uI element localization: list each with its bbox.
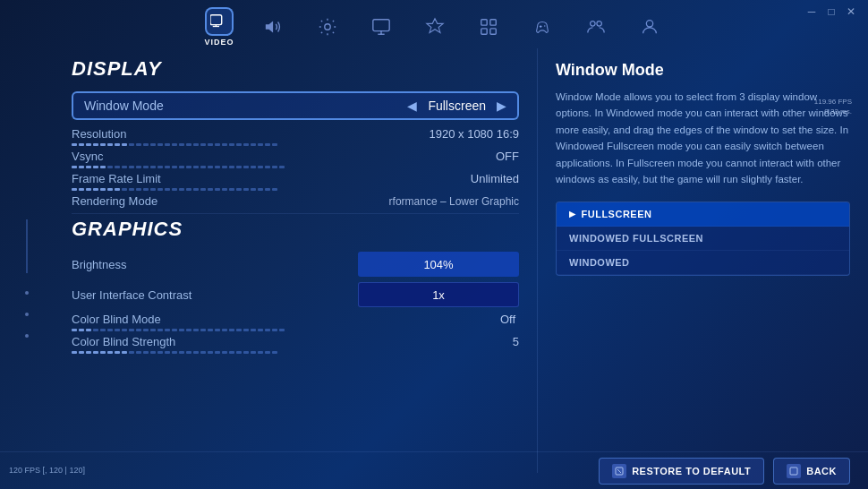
rendering-mode-setting: Rendering Mode rformance – Lower Graphic [72,194,519,210]
restore-icon [612,464,626,478]
window-mode-prev[interactable]: ◀ [407,99,417,113]
bottom-buttons: RESTORE TO DEFAULT BACK [599,458,850,485]
video-icon [205,7,234,36]
color-blind-mode-setting: Color Blind Mode Off [72,313,519,331]
svg-point-4 [324,24,329,30]
settings-icon [313,13,342,41]
nav-item-controller[interactable] [528,13,557,41]
ui-contrast-label: User Interface Contrast [72,288,268,302]
sidebar [0,48,54,473]
svg-marker-3 [265,21,272,33]
svg-rect-10 [481,29,486,34]
nav-item-display[interactable] [367,13,396,41]
restore-default-label: RESTORE TO DEFAULT [632,466,751,476]
brightness-label: Brightness [72,258,268,271]
hud-icon [474,13,503,41]
display-section-title: DISPLAY [72,57,519,81]
brightness-setting: Brightness 104% [72,252,519,279]
svg-rect-5 [372,20,388,31]
nav-item-hud[interactable] [474,13,503,41]
vsync-label: Vsync [72,150,268,163]
window-mode-label: Window Mode [84,99,164,113]
section-divider [72,213,519,214]
option-windowed-fullscreen[interactable]: WINDOWED FULLSCREEN [557,227,849,251]
nav-video-label: VIDEO [204,38,234,47]
svg-rect-0 [210,15,222,25]
resolution-value: 1920 x 1080 16:9 [430,127,519,141]
top-navigation: VIDEO [0,0,868,48]
back-icon [787,464,801,478]
frame-rate-slider[interactable] [72,188,519,191]
main-layout: DISPLAY Window Mode ◀ Fullscreen ▶ Resol… [0,48,868,473]
back-button[interactable]: BACK [773,458,850,485]
social-icon [582,13,610,41]
window-mode-selector: Window Mode ◀ Fullscreen ▶ [84,99,506,113]
graphics-section-title: GRAPHICS [72,218,519,241]
scroll-dot-2 [25,313,29,316]
window-mode-value: Fullscreen [428,99,486,113]
nav-item-game[interactable] [421,13,449,41]
back-label: BACK [806,466,837,476]
nav-item-video[interactable]: VIDEO [204,7,234,47]
ui-contrast-value: 1x [432,288,445,302]
audio-icon [260,13,288,41]
right-panel: 119.96 FPS 0.33 ms. Window Mode Window M… [537,48,868,473]
svg-point-14 [544,25,545,26]
option-fullscreen[interactable]: FULLSCREEN [557,202,849,227]
color-blind-strength-label: Color Blind Strength [72,335,268,348]
info-panel-title: Window Mode [556,61,850,80]
scroll-dot-1 [25,291,29,295]
nav-item-audio[interactable] [260,13,288,41]
brightness-value: 104% [423,258,453,271]
brightness-slider-bar[interactable]: 104% [358,252,519,277]
svg-line-19 [617,469,621,473]
vsync-slider[interactable] [72,166,519,168]
ui-contrast-setting: User Interface Contrast 1x [72,282,519,309]
bottom-bar: 120 FPS [, 120 | 120] RESTORE TO DEFAULT… [0,451,868,489]
window-mode-options: FULLSCREEN WINDOWED FULLSCREEN WINDOWED [556,202,850,276]
color-blind-strength-slider[interactable] [72,351,519,354]
nav-item-settings[interactable] [313,13,342,41]
resolution-slider[interactable] [72,143,519,146]
fps-display: 120 FPS [, 120 | 120] [9,465,85,476]
controller-icon [528,13,557,41]
svg-rect-11 [489,29,495,34]
restore-default-button[interactable]: RESTORE TO DEFAULT [599,458,764,485]
svg-point-17 [646,21,652,27]
color-blind-slider[interactable] [72,329,519,331]
left-panel: DISPLAY Window Mode ◀ Fullscreen ▶ Resol… [54,48,537,473]
profile-icon [635,13,664,41]
rendering-mode-value: rformance – Lower Graphic [389,195,519,208]
scroll-line [26,219,28,273]
svg-rect-20 [790,468,797,475]
svg-point-16 [596,21,601,26]
window-mode-row: Window Mode ◀ Fullscreen ▶ [72,91,519,120]
color-blind-strength-setting: Color Blind Strength 5 [72,335,519,354]
nav-item-social[interactable] [582,13,610,41]
frame-rate-setting: Frame Rate Limit Unlimited [72,172,519,191]
display-icon [367,13,396,41]
window-mode-next[interactable]: ▶ [497,99,506,113]
svg-point-15 [590,21,595,26]
resolution-setting: Resolution 1920 x 1080 16:9 [72,127,519,146]
vsync-setting: Vsync OFF [72,150,519,168]
ui-contrast-slider-bar[interactable]: 1x [358,282,519,307]
svg-rect-9 [489,20,495,25]
color-blind-mode-value: Off [500,313,515,326]
fps-info-top: 119.96 FPS 0.33 ms. [814,97,852,116]
info-panel-description: Window Mode allows you to select from 3 … [556,89,850,187]
rendering-mode-label: Rendering Mode [72,194,268,208]
svg-rect-8 [481,20,486,25]
nav-item-profile[interactable] [635,13,664,41]
game-icon [421,13,449,41]
frame-rate-value: Unlimited [471,172,519,185]
vsync-value: OFF [496,150,519,163]
scroll-dot-3 [25,334,29,338]
frame-rate-label: Frame Rate Limit [72,172,268,185]
option-windowed[interactable]: WINDOWED [557,251,849,275]
color-blind-mode-label: Color Blind Mode [72,313,268,326]
color-blind-strength-value: 5 [513,335,519,348]
resolution-label: Resolution [72,127,268,141]
